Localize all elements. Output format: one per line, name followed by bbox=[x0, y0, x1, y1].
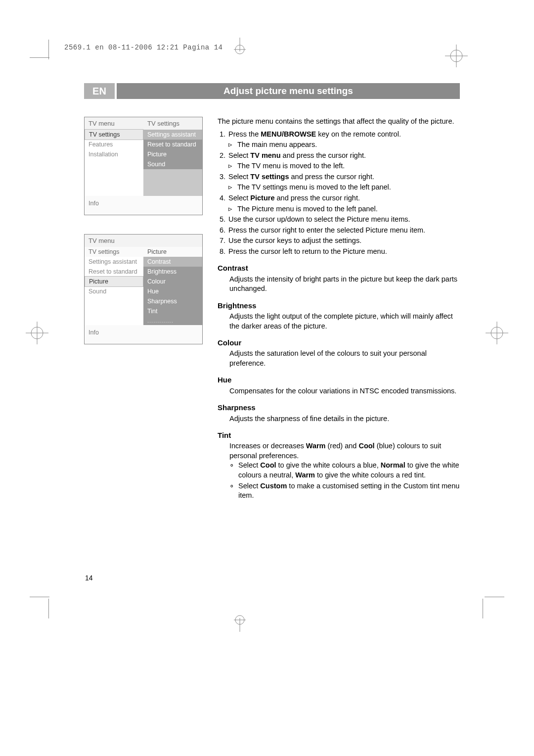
definition-title: Colour bbox=[218, 338, 460, 348]
registration-mark-left-icon bbox=[26, 322, 48, 344]
menu-row: Contrast bbox=[143, 257, 202, 267]
triangle-icon: ▹ bbox=[228, 183, 237, 192]
page-number: 14 bbox=[85, 574, 93, 582]
menu-row: Sharpness bbox=[143, 296, 202, 306]
definition-contrast: Contrast Adjusts the intensity of bright… bbox=[218, 263, 460, 293]
menu1-header-right: TV settings bbox=[143, 117, 202, 130]
crop-mark-icon bbox=[483, 599, 483, 618]
step-text: Press the cursor right to enter the sele… bbox=[228, 226, 460, 236]
definition-body: Adjusts the light output of the complete… bbox=[218, 312, 460, 331]
menu2-sub-left: TV settings bbox=[85, 247, 143, 257]
menu-row-empty bbox=[85, 177, 143, 186]
menu-row-empty bbox=[85, 305, 143, 314]
menu-row: Hue bbox=[143, 286, 202, 296]
step-row: 2.Select TV menu and press the cursor ri… bbox=[218, 151, 460, 161]
crop-mark-icon bbox=[30, 57, 49, 61]
menu2-sub-right: Picture bbox=[143, 247, 202, 257]
crop-mark-icon bbox=[48, 40, 52, 59]
menu-row: Reset to standard bbox=[85, 267, 143, 277]
definition-body: Adjusts the intensity of bright parts in… bbox=[218, 275, 460, 294]
menu-row-empty bbox=[85, 168, 143, 177]
step-text: Select TV settings and press the cursor … bbox=[228, 172, 460, 182]
menu-illustration-1: TV menu TV settings TV settings Features… bbox=[84, 117, 203, 215]
definition-colour: Colour Adjusts the saturation level of t… bbox=[218, 338, 460, 368]
menu1-info: Info bbox=[85, 196, 202, 215]
menu-row: Colour bbox=[143, 277, 202, 286]
step-text: Use the cursor keys to adjust the settin… bbox=[228, 236, 460, 246]
step-sub-row: ▹The TV settings menu is moved to the le… bbox=[218, 183, 460, 192]
definition-sharpness: Sharpness Adjusts the sharpness of fine … bbox=[218, 403, 460, 424]
step-row: 8.Press the cursor left to return to the… bbox=[218, 247, 460, 257]
step-sub-text: The TV menu is moved to the left. bbox=[237, 161, 460, 171]
step-row: 5.Use the cursor up/down to select the P… bbox=[218, 215, 460, 225]
step-row: 4.Select Picture and press the cursor ri… bbox=[218, 193, 460, 203]
menu-row-empty bbox=[143, 178, 202, 187]
tint-intro: Increases or decreases Warm (red) and Co… bbox=[229, 441, 460, 461]
step-number: 2. bbox=[218, 151, 228, 161]
menu1-header-left: TV menu bbox=[85, 117, 143, 130]
step-number: 8. bbox=[218, 247, 228, 257]
page-title: Adjust picture menu settings bbox=[117, 83, 460, 99]
step-text: Press the cursor left to return to the P… bbox=[228, 247, 460, 257]
step-text: Use the cursor up/down to select the Pic… bbox=[228, 215, 460, 225]
menu-row: Features bbox=[85, 140, 143, 149]
prepress-header: 2569.1 en 08-11-2006 12:21 Pagina 14 bbox=[64, 44, 222, 51]
step-sub-text: The TV settings menu is moved to the lef… bbox=[237, 183, 460, 192]
step-sub-row: ▹The TV menu is moved to the left. bbox=[218, 161, 460, 171]
menu-row-empty bbox=[85, 296, 143, 305]
menu-row-more: ............. bbox=[143, 316, 202, 325]
menu-row: Settings assistant bbox=[143, 130, 202, 140]
step-row: 3.Select TV settings and press the curso… bbox=[218, 172, 460, 182]
menu-illustration-2: TV menu TV settings Picture Settings ass… bbox=[84, 234, 203, 344]
tint-bullet-1: Select Cool to give the white colours a … bbox=[238, 461, 460, 480]
definition-title: Tint bbox=[218, 430, 460, 440]
triangle-icon: ▹ bbox=[228, 161, 237, 171]
crop-mark-icon bbox=[30, 597, 49, 597]
step-row: 1.Press the MENU/BROWSE key on the remot… bbox=[218, 130, 460, 140]
menu-row: Picture bbox=[143, 149, 202, 159]
definition-title: Brightness bbox=[218, 301, 460, 311]
step-sub-row: ▹The main menu appears. bbox=[218, 140, 460, 150]
menu-row: TV settings bbox=[85, 129, 143, 140]
step-text: Select Picture and press the cursor righ… bbox=[228, 193, 460, 203]
definition-brightness: Brightness Adjusts the light output of t… bbox=[218, 301, 460, 331]
triangle-icon: ▹ bbox=[228, 204, 237, 214]
menu-row: Settings assistant bbox=[85, 257, 143, 267]
intro-text: The picture menu contains the settings t… bbox=[218, 117, 460, 127]
definition-body: Compensates for the colour variations in… bbox=[218, 386, 460, 396]
menu-row: Picture bbox=[85, 276, 143, 287]
step-number: 5. bbox=[218, 215, 228, 225]
definition-title: Hue bbox=[218, 375, 460, 385]
bullet-icon: ∘ bbox=[229, 461, 238, 480]
menu2-info: Info bbox=[85, 325, 202, 344]
menu-row-empty bbox=[85, 159, 143, 168]
crop-mark-icon bbox=[485, 597, 504, 597]
step-number: 4. bbox=[218, 193, 228, 203]
triangle-icon: ▹ bbox=[228, 140, 237, 150]
steps-list: 1.Press the MENU/BROWSE key on the remot… bbox=[218, 130, 460, 257]
menu-row: Installation bbox=[85, 149, 143, 159]
definition-body: Adjusts the saturation level of the colo… bbox=[218, 349, 460, 368]
menu-row: Tint bbox=[143, 306, 202, 316]
definition-title: Contrast bbox=[218, 263, 460, 273]
step-number: 6. bbox=[218, 226, 228, 236]
title-bar: EN Adjust picture menu settings bbox=[84, 83, 460, 99]
step-row: 6.Press the cursor right to enter the se… bbox=[218, 226, 460, 236]
menu2-header: TV menu bbox=[85, 235, 202, 247]
menu-row-empty bbox=[143, 169, 202, 178]
menu-row: Sound bbox=[85, 286, 143, 296]
definition-title: Sharpness bbox=[218, 403, 460, 413]
language-chip: EN bbox=[84, 83, 115, 99]
step-number: 3. bbox=[218, 172, 228, 182]
registration-mark-right-icon bbox=[486, 322, 508, 344]
step-sub-text: The main menu appears. bbox=[237, 140, 460, 150]
step-row: 7.Use the cursor keys to adjust the sett… bbox=[218, 236, 460, 246]
step-sub-row: ▹The Picture menu is moved to the left p… bbox=[218, 204, 460, 214]
crop-mark-icon bbox=[48, 599, 49, 618]
definition-body: Increases or decreases Warm (red) and Co… bbox=[218, 441, 460, 500]
definition-body: Adjusts the sharpness of fine details in… bbox=[218, 414, 460, 424]
step-number: 1. bbox=[218, 130, 228, 140]
step-text: Press the MENU/BROWSE key on the remote … bbox=[228, 130, 460, 140]
menu-row-empty bbox=[143, 187, 202, 196]
menu-row: Reset to standard bbox=[143, 140, 202, 149]
